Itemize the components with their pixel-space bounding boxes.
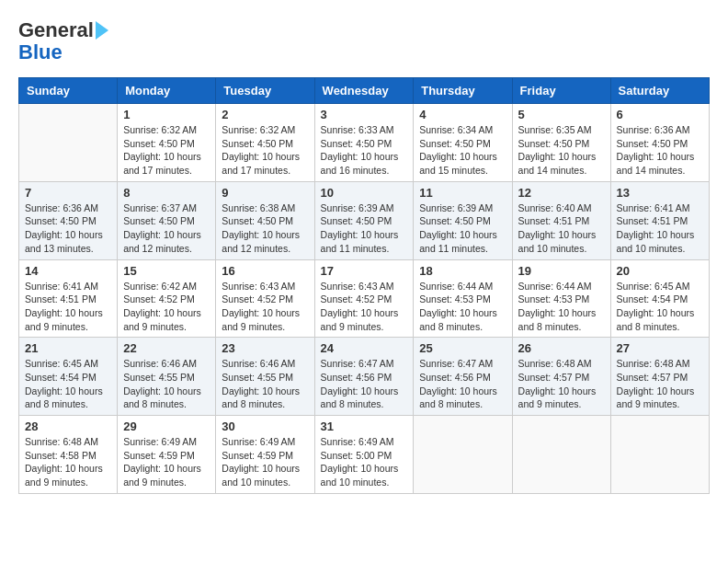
day-content: Sunrise: 6:34 AM Sunset: 4:50 PM Dayligh… — [419, 123, 506, 178]
day-content: Sunrise: 6:39 AM Sunset: 4:50 PM Dayligh… — [419, 201, 506, 256]
day-content: Sunrise: 6:32 AM Sunset: 4:50 PM Dayligh… — [123, 123, 210, 178]
day-number: 30 — [222, 419, 308, 433]
day-content: Sunrise: 6:43 AM Sunset: 4:52 PM Dayligh… — [321, 280, 408, 334]
calendar-cell: 11Sunrise: 6:39 AM Sunset: 4:50 PM Dayli… — [414, 181, 512, 259]
calendar-cell: 1Sunrise: 6:32 AM Sunset: 4:50 PM Daylig… — [118, 104, 216, 182]
calendar-cell: 31Sunrise: 6:49 AM Sunset: 5:00 PM Dayli… — [314, 416, 414, 494]
day-number: 31 — [321, 419, 408, 433]
day-number: 21 — [25, 341, 111, 355]
day-number: 10 — [321, 186, 408, 200]
day-number: 23 — [222, 341, 308, 355]
calendar-cell: 23Sunrise: 6:46 AM Sunset: 4:55 PM Dayli… — [216, 338, 314, 416]
day-number: 27 — [617, 341, 703, 355]
day-number: 15 — [123, 264, 210, 278]
page-header: General Blue — [18, 18, 710, 63]
day-number: 16 — [222, 264, 308, 278]
calendar-cell: 17Sunrise: 6:43 AM Sunset: 4:52 PM Dayli… — [314, 259, 414, 338]
day-number: 28 — [25, 419, 111, 433]
day-content: Sunrise: 6:36 AM Sunset: 4:50 PM Dayligh… — [617, 123, 703, 178]
day-content: Sunrise: 6:40 AM Sunset: 4:51 PM Dayligh… — [518, 201, 605, 256]
day-number: 14 — [25, 264, 111, 278]
calendar-cell: 26Sunrise: 6:48 AM Sunset: 4:57 PM Dayli… — [512, 338, 610, 416]
day-content: Sunrise: 6:46 AM Sunset: 4:55 PM Dayligh… — [222, 357, 308, 411]
calendar-cell: 28Sunrise: 6:48 AM Sunset: 4:58 PM Dayli… — [19, 416, 118, 494]
day-content: Sunrise: 6:48 AM Sunset: 4:57 PM Dayligh… — [617, 357, 703, 411]
day-content: Sunrise: 6:41 AM Sunset: 4:51 PM Dayligh… — [25, 280, 111, 334]
calendar-cell: 2Sunrise: 6:32 AM Sunset: 4:50 PM Daylig… — [216, 104, 314, 182]
day-number: 9 — [222, 186, 308, 200]
day-number: 8 — [123, 186, 210, 200]
day-number: 6 — [617, 108, 703, 121]
day-content: Sunrise: 6:44 AM Sunset: 4:53 PM Dayligh… — [518, 280, 605, 334]
calendar-cell — [512, 416, 610, 494]
day-content: Sunrise: 6:46 AM Sunset: 4:55 PM Dayligh… — [123, 357, 210, 411]
day-content: Sunrise: 6:47 AM Sunset: 4:56 PM Dayligh… — [321, 357, 408, 411]
day-content: Sunrise: 6:49 AM Sunset: 5:00 PM Dayligh… — [321, 435, 408, 489]
week-row-2: 7Sunrise: 6:36 AM Sunset: 4:50 PM Daylig… — [19, 181, 710, 259]
calendar-cell: 8Sunrise: 6:37 AM Sunset: 4:50 PM Daylig… — [118, 181, 216, 259]
calendar-cell — [414, 416, 512, 494]
day-number: 13 — [617, 186, 703, 200]
week-row-1: 1Sunrise: 6:32 AM Sunset: 4:50 PM Daylig… — [19, 104, 710, 182]
day-content: Sunrise: 6:39 AM Sunset: 4:50 PM Dayligh… — [321, 201, 408, 256]
header-tuesday: Tuesday — [216, 78, 314, 104]
calendar-cell: 7Sunrise: 6:36 AM Sunset: 4:50 PM Daylig… — [19, 181, 118, 259]
day-content: Sunrise: 6:44 AM Sunset: 4:53 PM Dayligh… — [419, 280, 506, 334]
calendar-cell: 21Sunrise: 6:45 AM Sunset: 4:54 PM Dayli… — [19, 338, 118, 416]
day-number: 22 — [123, 341, 210, 355]
calendar-cell: 29Sunrise: 6:49 AM Sunset: 4:59 PM Dayli… — [118, 416, 216, 494]
calendar-cell: 5Sunrise: 6:35 AM Sunset: 4:50 PM Daylig… — [512, 104, 610, 182]
day-number: 3 — [321, 108, 408, 121]
day-number: 20 — [617, 264, 703, 278]
logo-blue-text: Blue — [18, 42, 63, 63]
day-content: Sunrise: 6:45 AM Sunset: 4:54 PM Dayligh… — [617, 280, 703, 334]
header-friday: Friday — [512, 78, 610, 104]
calendar-table: SundayMondayTuesdayWednesdayThursdayFrid… — [18, 77, 710, 494]
day-number: 29 — [123, 419, 210, 433]
header-thursday: Thursday — [414, 78, 512, 104]
day-content: Sunrise: 6:49 AM Sunset: 4:59 PM Dayligh… — [222, 435, 308, 489]
calendar-cell: 4Sunrise: 6:34 AM Sunset: 4:50 PM Daylig… — [414, 104, 512, 182]
day-content: Sunrise: 6:45 AM Sunset: 4:54 PM Dayligh… — [25, 357, 111, 411]
day-content: Sunrise: 6:48 AM Sunset: 4:57 PM Dayligh… — [518, 357, 605, 411]
day-number: 25 — [419, 341, 506, 355]
calendar-cell: 6Sunrise: 6:36 AM Sunset: 4:50 PM Daylig… — [610, 104, 709, 182]
header-monday: Monday — [118, 78, 216, 104]
calendar-cell: 19Sunrise: 6:44 AM Sunset: 4:53 PM Dayli… — [512, 259, 610, 338]
day-content: Sunrise: 6:48 AM Sunset: 4:58 PM Dayligh… — [25, 435, 111, 489]
logo-arrow-icon — [96, 21, 108, 40]
calendar-cell: 16Sunrise: 6:43 AM Sunset: 4:52 PM Dayli… — [216, 259, 314, 338]
calendar-cell — [610, 416, 709, 494]
week-row-4: 21Sunrise: 6:45 AM Sunset: 4:54 PM Dayli… — [19, 338, 710, 416]
day-number: 2 — [222, 108, 308, 121]
calendar-cell: 9Sunrise: 6:38 AM Sunset: 4:50 PM Daylig… — [216, 181, 314, 259]
header-sunday: Sunday — [19, 78, 118, 104]
week-row-5: 28Sunrise: 6:48 AM Sunset: 4:58 PM Dayli… — [19, 416, 710, 494]
day-content: Sunrise: 6:47 AM Sunset: 4:56 PM Dayligh… — [419, 357, 506, 411]
day-content: Sunrise: 6:38 AM Sunset: 4:50 PM Dayligh… — [222, 201, 308, 256]
calendar-cell: 24Sunrise: 6:47 AM Sunset: 4:56 PM Dayli… — [314, 338, 414, 416]
day-number: 26 — [518, 341, 605, 355]
day-content: Sunrise: 6:41 AM Sunset: 4:51 PM Dayligh… — [617, 201, 703, 256]
calendar-cell: 15Sunrise: 6:42 AM Sunset: 4:52 PM Dayli… — [118, 259, 216, 338]
day-content: Sunrise: 6:36 AM Sunset: 4:50 PM Dayligh… — [25, 201, 111, 256]
day-number: 19 — [518, 264, 605, 278]
calendar-cell: 14Sunrise: 6:41 AM Sunset: 4:51 PM Dayli… — [19, 259, 118, 338]
day-number: 24 — [321, 341, 408, 355]
week-row-3: 14Sunrise: 6:41 AM Sunset: 4:51 PM Dayli… — [19, 259, 710, 338]
day-number: 7 — [25, 186, 111, 200]
calendar-cell: 27Sunrise: 6:48 AM Sunset: 4:57 PM Dayli… — [610, 338, 709, 416]
header-saturday: Saturday — [610, 78, 709, 104]
calendar-cell: 12Sunrise: 6:40 AM Sunset: 4:51 PM Dayli… — [512, 181, 610, 259]
calendar-cell: 20Sunrise: 6:45 AM Sunset: 4:54 PM Dayli… — [610, 259, 709, 338]
calendar-cell — [19, 104, 118, 182]
day-number: 11 — [419, 186, 506, 200]
day-number: 17 — [321, 264, 408, 278]
day-content: Sunrise: 6:43 AM Sunset: 4:52 PM Dayligh… — [222, 280, 308, 334]
day-number: 12 — [518, 186, 605, 200]
day-content: Sunrise: 6:37 AM Sunset: 4:50 PM Dayligh… — [123, 201, 210, 256]
logo-general-text: General — [18, 18, 94, 42]
day-content: Sunrise: 6:42 AM Sunset: 4:52 PM Dayligh… — [123, 280, 210, 334]
calendar-cell: 25Sunrise: 6:47 AM Sunset: 4:56 PM Dayli… — [414, 338, 512, 416]
day-content: Sunrise: 6:35 AM Sunset: 4:50 PM Dayligh… — [518, 123, 605, 178]
